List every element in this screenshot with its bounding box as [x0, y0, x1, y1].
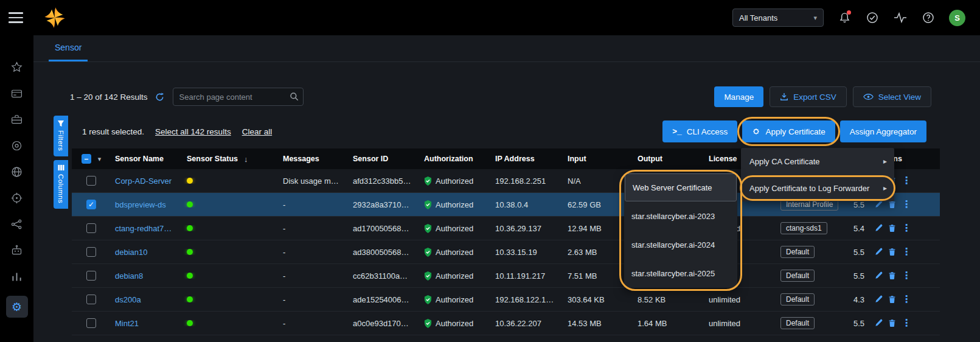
header-sensor-id[interactable]: Sensor ID: [349, 155, 420, 163]
profile-tag: Default: [780, 270, 815, 282]
disc-icon[interactable]: [6, 139, 28, 152]
header-sensor-status[interactable]: Sensor Status ↓: [182, 155, 279, 164]
topbar: All Tenants ▾: [0, 0, 980, 35]
submenu-item-cert-2025[interactable]: star.stellarcyber.ai-2025: [624, 259, 737, 288]
tenant-selector[interactable]: All Tenants ▾: [732, 9, 824, 27]
authorization-cell: Authorized: [436, 176, 473, 186]
star-icon[interactable]: [6, 60, 28, 74]
edit-icon[interactable]: [874, 200, 883, 209]
table-row[interactable]: debian8 - cc62b31100a… Authorized 10.11.…: [72, 264, 940, 288]
table-row[interactable]: ds200a - ade15254006… Authorized 192.168…: [72, 288, 940, 312]
row-checkbox[interactable]: [86, 295, 96, 304]
profile-tag: ctang-sds1: [780, 222, 827, 234]
shield-authorized-icon: [424, 295, 432, 304]
select-view-button[interactable]: Select View: [853, 86, 931, 107]
more-actions-icon[interactable]: ⋮: [902, 295, 911, 304]
sensor-name-link[interactable]: Mint21: [115, 319, 139, 328]
sensor-name-link[interactable]: debian10: [115, 248, 148, 257]
avatar[interactable]: S: [949, 10, 965, 26]
menu-item-apply-ca-certificate[interactable]: Apply CA Certificate ▸: [741, 148, 894, 175]
search-input[interactable]: [173, 88, 304, 106]
status-dot: [187, 201, 193, 208]
target-icon[interactable]: [6, 191, 28, 204]
header-authorization[interactable]: Authorization: [420, 155, 491, 163]
row-checkbox[interactable]: [86, 223, 96, 233]
more-actions-icon[interactable]: ⋮: [902, 271, 911, 281]
delete-icon[interactable]: [888, 271, 896, 280]
stellar-cyber-logo[interactable]: [44, 7, 66, 29]
menu-icon[interactable]: [9, 12, 24, 23]
header-ip-address[interactable]: IP Address: [491, 155, 563, 163]
authorization-cell: Authorized: [436, 295, 473, 304]
shield-authorized-icon: [424, 176, 432, 186]
delete-icon[interactable]: [888, 200, 896, 209]
sensor-name-link[interactable]: Corp-AD-Server: [115, 176, 172, 186]
results-count: 1 – 20 of 142 Results: [70, 92, 148, 102]
ip-address-cell: 192.168.2.251: [491, 176, 563, 186]
settings-gear-icon[interactable]: ⚙: [6, 296, 28, 318]
columns-tab[interactable]: Columns: [54, 160, 68, 209]
clear-all-link[interactable]: Clear all: [242, 127, 273, 136]
sensor-id-cell: a0c0e93d170…: [349, 319, 420, 328]
edit-icon[interactable]: [874, 295, 883, 304]
edit-icon[interactable]: [874, 248, 883, 256]
menu-item-apply-certificate-to-log-forwarder[interactable]: Apply Certificate to Log Forwarder ▸: [741, 175, 894, 201]
edit-icon[interactable]: [874, 224, 883, 232]
header-output[interactable]: Output: [633, 155, 704, 163]
table-row[interactable]: debian10 - ad380050568… Authorized 10.33…: [72, 240, 940, 264]
notifications-bell-icon[interactable]: [837, 10, 852, 25]
manage-button[interactable]: Manage: [714, 86, 763, 107]
submenu-item-cert-2023[interactable]: star.stellarcyber.ai-2023: [624, 202, 737, 231]
messages-cell: -: [279, 248, 349, 257]
robot-icon[interactable]: [6, 243, 28, 257]
tab-sensor[interactable]: Sensor: [49, 43, 88, 61]
health-check-icon[interactable]: [865, 10, 880, 25]
sensor-name-link[interactable]: debian8: [115, 271, 143, 281]
chart-icon[interactable]: [6, 270, 28, 283]
apply-certificate-button[interactable]: Apply Certificate: [742, 120, 835, 142]
table-row[interactable]: Mint21 - a0c0e93d170… Authorized 10.36.2…: [72, 312, 940, 335]
row-checkbox[interactable]: [86, 176, 96, 186]
edit-icon[interactable]: [874, 271, 883, 280]
select-menu-caret-icon[interactable]: ▾: [98, 155, 102, 163]
cli-access-button[interactable]: >_ CLI Access: [662, 120, 737, 142]
row-checkbox[interactable]: [86, 247, 96, 257]
refresh-icon[interactable]: [155, 92, 164, 102]
select-all-link[interactable]: Select all 142 results: [155, 127, 231, 136]
network-icon[interactable]: [6, 217, 28, 231]
row-checkbox[interactable]: [86, 271, 96, 281]
more-actions-icon[interactable]: ⋮: [902, 247, 911, 257]
edit-icon[interactable]: [874, 319, 883, 327]
row-checkbox[interactable]: [86, 200, 96, 209]
delete-icon[interactable]: [888, 224, 896, 232]
filters-tab[interactable]: Filters: [54, 116, 68, 156]
sensor-id-cell: 2932a8a3710…: [349, 200, 420, 209]
header-input[interactable]: Input: [563, 155, 633, 163]
globe-icon[interactable]: [6, 165, 28, 178]
more-actions-icon[interactable]: ⋮: [902, 200, 911, 209]
ip-address-cell: 10.33.15.19: [491, 248, 563, 257]
sensor-name-link[interactable]: bdspreview-ds: [115, 200, 166, 209]
header-messages[interactable]: Messages: [279, 155, 349, 163]
submenu-item-web-server-certificate[interactable]: Web Server Certificate: [625, 174, 736, 201]
status-dot: [187, 249, 193, 255]
export-csv-button[interactable]: Export CSV: [770, 86, 847, 107]
activity-pulse-icon[interactable]: [893, 10, 908, 25]
sensor-name-link[interactable]: ctang-redhat7…: [115, 224, 172, 233]
sensor-name-link[interactable]: ds200a: [115, 295, 141, 304]
header-sensor-name[interactable]: Sensor Name: [111, 155, 182, 163]
more-actions-icon[interactable]: ⋮: [902, 318, 911, 328]
briefcase-icon[interactable]: [6, 113, 28, 126]
table-row[interactable]: ctang-redhat7… - ad170050568… Authorized…: [72, 217, 940, 240]
card-icon[interactable]: [6, 86, 28, 100]
assign-aggregator-button[interactable]: Assign Aggregator: [840, 120, 926, 142]
submenu-item-cert-2024[interactable]: star.stellarcyber.ai-2024: [624, 231, 737, 259]
delete-icon[interactable]: [888, 319, 896, 327]
select-all-checkbox[interactable]: [82, 154, 91, 164]
row-checkbox[interactable]: [86, 318, 96, 328]
help-icon[interactable]: [921, 10, 936, 25]
delete-icon[interactable]: [888, 295, 896, 304]
more-actions-icon[interactable]: ⋮: [902, 176, 911, 186]
more-actions-icon[interactable]: ⋮: [902, 223, 911, 233]
delete-icon[interactable]: [888, 248, 896, 256]
